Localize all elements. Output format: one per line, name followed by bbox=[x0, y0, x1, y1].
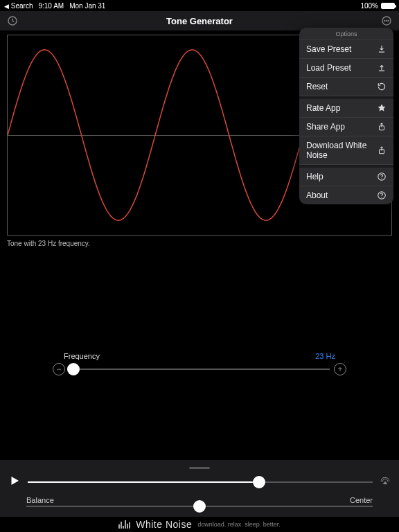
menu-item-label: Reset bbox=[306, 82, 328, 91]
question-icon bbox=[377, 172, 387, 181]
status-bar: ◀ Search 9:10 AM Mon Jan 31 100% bbox=[0, 0, 399, 11]
footer-tagline: download. relax. sleep. better. bbox=[197, 521, 281, 528]
menu-item-save-preset[interactable]: Save Preset bbox=[299, 40, 393, 59]
star-icon bbox=[377, 103, 387, 113]
back-to-search[interactable]: ◀ Search bbox=[4, 2, 33, 10]
play-icon bbox=[8, 475, 21, 487]
frequency-slider-thumb[interactable] bbox=[67, 363, 80, 375]
menu-item-label: About bbox=[306, 190, 328, 200]
menu-item-label: Help bbox=[306, 172, 323, 181]
menu-item-label: Download White Noise bbox=[306, 141, 377, 160]
history-button[interactable] bbox=[0, 11, 25, 30]
menu-item-download-white-noise[interactable]: Download White Noise bbox=[299, 136, 393, 165]
balance-slider[interactable] bbox=[26, 506, 373, 507]
svg-point-2 bbox=[384, 20, 385, 21]
menu-item-load-preset[interactable]: Load Preset bbox=[299, 59, 393, 78]
upload-icon bbox=[377, 63, 387, 73]
svg-point-4 bbox=[388, 20, 389, 21]
volume-slider[interactable] bbox=[28, 481, 373, 483]
frequency-section: Frequency 23 Hz − + bbox=[0, 352, 399, 375]
play-button[interactable] bbox=[8, 475, 21, 489]
menu-item-share-app[interactable]: Share App bbox=[299, 118, 393, 136]
balance-slider-thumb[interactable] bbox=[193, 500, 206, 513]
status-date: Mon Jan 31 bbox=[69, 2, 105, 10]
volume-slider-thumb[interactable] bbox=[253, 476, 265, 488]
balance-value: Center bbox=[350, 496, 373, 504]
footer-banner[interactable]: White Noise download. relax. sleep. bett… bbox=[0, 517, 399, 532]
airplay-button[interactable] bbox=[380, 475, 391, 488]
balance-label: Balance bbox=[26, 496, 54, 504]
menu-item-rate-app[interactable]: Rate App bbox=[299, 96, 393, 118]
footer-brand: White Noise bbox=[136, 519, 192, 530]
share-icon bbox=[377, 122, 387, 132]
frequency-value[interactable]: 23 Hz bbox=[315, 352, 335, 360]
status-time: 9:10 AM bbox=[38, 2, 64, 10]
share-icon bbox=[377, 145, 387, 155]
ellipsis-icon bbox=[381, 15, 392, 26]
frequency-decrement[interactable]: − bbox=[53, 363, 65, 375]
clock-icon bbox=[7, 15, 18, 26]
battery-icon bbox=[381, 3, 395, 9]
drag-handle[interactable] bbox=[189, 467, 210, 469]
options-menu: Options Save PresetLoad PresetResetRate … bbox=[299, 28, 393, 204]
frequency-increment[interactable]: + bbox=[334, 363, 346, 375]
frequency-slider[interactable] bbox=[69, 369, 330, 370]
waveform-caption: Tone with 23 Hz frequency. bbox=[0, 237, 399, 247]
menu-item-label: Save Preset bbox=[306, 44, 351, 54]
menu-item-about[interactable]: About bbox=[299, 186, 393, 204]
frequency-label: Frequency bbox=[64, 352, 100, 360]
equalizer-icon bbox=[118, 520, 130, 529]
page-title: Tone Generator bbox=[166, 16, 233, 26]
menu-item-label: Rate App bbox=[306, 103, 340, 113]
question-icon bbox=[377, 190, 387, 200]
menu-item-label: Share App bbox=[306, 122, 345, 132]
svg-point-3 bbox=[386, 20, 387, 21]
menu-item-label: Load Preset bbox=[306, 63, 351, 73]
reset-icon bbox=[377, 82, 387, 91]
menu-item-help[interactable]: Help bbox=[299, 165, 393, 186]
download-icon bbox=[377, 44, 387, 54]
airplay-icon bbox=[380, 475, 391, 486]
menu-item-reset[interactable]: Reset bbox=[299, 78, 393, 96]
options-menu-header: Options bbox=[299, 28, 393, 40]
battery-percent: 100% bbox=[360, 2, 378, 10]
